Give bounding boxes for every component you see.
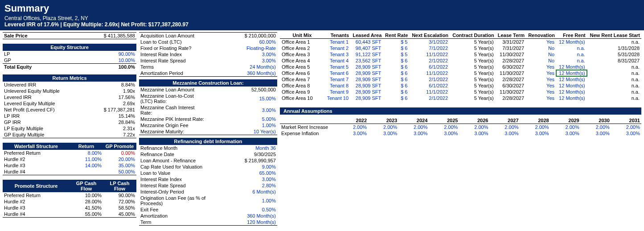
lease-term[interactable]: 6/30/2027	[496, 82, 526, 89]
assumption-value[interactable]: 2.00%	[489, 124, 520, 131]
return-metric-value[interactable]: 2.69x	[70, 100, 136, 107]
leased-area[interactable]: 60,443 SFT	[350, 39, 383, 45]
new-rent-lease-start[interactable]: 1/31/2028	[587, 45, 641, 51]
next-escalation[interactable]: 7/1/2022	[409, 45, 450, 51]
lease-term[interactable]: 11/30/2027	[496, 89, 526, 95]
free-rent[interactable]: n.a.	[556, 45, 587, 51]
promote-lp[interactable]: 90.00%	[103, 192, 136, 198]
lease-term[interactable]: 11/30/2027	[496, 51, 526, 58]
unit-name[interactable]: Office Area 10	[280, 95, 324, 101]
next-escalation[interactable]: 3/1/2022	[409, 39, 450, 45]
unit-name[interactable]: Office Area 8	[280, 82, 324, 89]
acquisition-value[interactable]: $ 210,000,000	[208, 33, 277, 39]
free-rent[interactable]: 12 Month(s)	[556, 70, 587, 76]
contract-duration[interactable]: 5 Year(s)	[450, 39, 496, 45]
assumption-value[interactable]: 3.00%	[581, 130, 611, 136]
refinance-value[interactable]: 0.50%	[208, 206, 277, 213]
assumption-value[interactable]: 2.00%	[368, 124, 398, 131]
contract-duration[interactable]: 5 Year(s)	[450, 76, 496, 82]
unit-name[interactable]: Office Area 5	[280, 64, 324, 70]
free-rent[interactable]: 12 Month(s)	[556, 89, 587, 95]
contract-duration[interactable]: 5 Year(s)	[450, 70, 496, 76]
mezzanine-value[interactable]: 1.00%	[208, 122, 277, 128]
mezzanine-value[interactable]: 5.00%	[208, 116, 277, 122]
new-rent-lease-start[interactable]: n.a.	[587, 39, 641, 45]
rent-rate[interactable]: $ 6	[383, 64, 409, 70]
leased-area[interactable]: 28,909 SFT	[350, 76, 383, 82]
unit-name[interactable]: Office Area 6	[280, 70, 324, 76]
promote-lp[interactable]: 45.00%	[103, 211, 136, 218]
tenant[interactable]: Tenant 5	[324, 64, 350, 70]
assumption-value[interactable]: 3.00%	[550, 130, 581, 136]
new-rent-lease-start[interactable]: n.a.	[587, 76, 641, 82]
contract-duration[interactable]: 5 Year(s)	[450, 89, 496, 95]
leased-area[interactable]: 23,562 SFT	[350, 58, 383, 64]
return-metric-value[interactable]: 7.22x	[70, 132, 136, 138]
promote-gp[interactable]: 55.00%	[70, 211, 103, 218]
lease-term[interactable]: 2/28/2027	[496, 76, 526, 82]
renovation[interactable]: Yes	[526, 39, 556, 45]
lease-term[interactable]: 2/28/2027	[496, 95, 526, 101]
promote-gp[interactable]: 28.00%	[70, 198, 103, 205]
return-metric-value[interactable]: 2.31x	[70, 125, 136, 132]
lease-term[interactable]: 11/30/2027	[496, 70, 526, 76]
acquisition-value[interactable]: 24 Month(s)	[208, 64, 277, 70]
unit-name[interactable]: Office Area 1	[280, 39, 324, 45]
acquisition-value[interactable]: 60.00%	[208, 39, 277, 45]
next-escalation[interactable]: 11/1/2022	[409, 89, 450, 95]
refinance-value[interactable]: 360 Month(s)	[208, 213, 277, 219]
assumption-value[interactable]: 2.00%	[611, 124, 641, 131]
leased-area[interactable]: 98,407 SFT	[350, 45, 383, 51]
waterfall-promote[interactable]: 50.00%	[103, 169, 136, 175]
acquisition-value[interactable]: 3.00%	[208, 58, 277, 64]
lease-term[interactable]: 3/31/2027	[496, 39, 526, 45]
renovation[interactable]: Yes	[526, 89, 556, 95]
renovation[interactable]: Yes	[526, 95, 556, 101]
renovation[interactable]: No	[526, 45, 556, 51]
lease-term[interactable]: 2/28/2027	[496, 58, 526, 64]
renovation[interactable]: Yes	[526, 70, 556, 76]
next-escalation[interactable]: 11/1/2022	[409, 51, 450, 58]
waterfall-return[interactable]: 14.00%	[70, 162, 103, 169]
contract-duration[interactable]: 5 Year(s)	[450, 45, 496, 51]
waterfall-return[interactable]	[70, 169, 103, 175]
tenant[interactable]: Tenant 3	[324, 51, 350, 58]
return-metric-value[interactable]: 28.84%	[70, 119, 136, 125]
refinance-value[interactable]: Month 36	[208, 145, 277, 151]
acquisition-value[interactable]: 360 Month(s)	[208, 70, 277, 77]
new-rent-lease-start[interactable]: 5/31/2028	[587, 51, 641, 58]
new-rent-lease-start[interactable]: n.a.	[587, 89, 641, 95]
assumption-value[interactable]: 3.00%	[368, 130, 398, 136]
rent-rate[interactable]: $ 6	[383, 58, 409, 64]
waterfall-return[interactable]: 11.00%	[70, 156, 103, 162]
assumption-value[interactable]: 2.00%	[459, 124, 489, 131]
contract-duration[interactable]: 5 Year(s)	[450, 82, 496, 89]
mezzanine-value[interactable]: 15.00%	[208, 93, 277, 104]
free-rent[interactable]: 12 Month(s)	[556, 64, 587, 70]
leased-area[interactable]: 28,909 SFT	[350, 64, 383, 70]
tenant[interactable]: Tenant 10	[324, 95, 350, 101]
assumption-value[interactable]: 3.00%	[611, 130, 641, 136]
assumption-value[interactable]: 2.00%	[429, 124, 459, 131]
free-rent[interactable]: 12 Month(s)	[556, 82, 587, 89]
assumption-value[interactable]: 2.00%	[338, 124, 368, 131]
acquisition-value[interactable]: 3.00%	[208, 51, 277, 58]
renovation[interactable]: Yes	[526, 64, 556, 70]
rent-rate[interactable]: $ 6	[383, 70, 409, 76]
assumption-value[interactable]: 3.00%	[429, 130, 459, 136]
promote-gp[interactable]: 10.00%	[70, 192, 103, 198]
next-escalation[interactable]: 11/1/2022	[409, 70, 450, 76]
new-rent-lease-start[interactable]: n.a.	[587, 82, 641, 89]
tenant[interactable]: Tenant 9	[324, 89, 350, 95]
return-metric-value[interactable]: 15.14%	[70, 113, 136, 119]
next-escalation[interactable]: 6/1/2022	[409, 82, 450, 89]
refinance-value[interactable]: 9.00%	[208, 164, 277, 170]
waterfall-return[interactable]: 8.00%	[70, 150, 103, 156]
free-rent[interactable]: n.a.	[556, 51, 587, 58]
mezzanine-value[interactable]: 52,500,000	[208, 87, 277, 93]
new-rent-lease-start[interactable]: n.a.	[587, 70, 641, 76]
sale-price[interactable]: $ 411,385,588	[70, 33, 136, 39]
unit-name[interactable]: Office Area 4	[280, 58, 324, 64]
tenant[interactable]: Tenant 4	[324, 58, 350, 64]
free-rent[interactable]: 12 Month(s)	[556, 39, 587, 45]
